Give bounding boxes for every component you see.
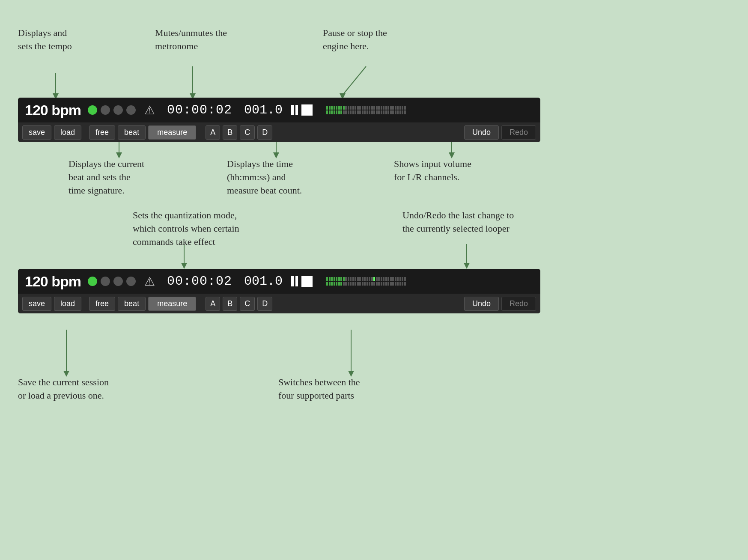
dot-1-dark-1 [101,105,110,115]
volume-annotation: Shows input volume for L/R channels. [394,158,471,184]
transport-controls-2 [291,276,313,287]
meter-row-bottom-1 [326,110,406,114]
beat-button-2[interactable]: beat [118,297,146,311]
free-button-2[interactable]: free [89,297,115,311]
stop-button-2[interactable] [301,276,313,287]
save-load-annotation: Save the current session or load a previ… [18,376,109,402]
save-button-2[interactable]: save [22,297,51,311]
undo-redo-annotation: Undo/Redo the last change to the current… [402,209,514,235]
level-meter-1 [326,106,406,114]
beat-dots-1 [88,105,136,115]
transport-bottom-1: save load free beat measure A B C D Undo… [18,122,540,142]
load-button-1[interactable]: load [54,125,81,140]
b-button-1[interactable]: B [223,125,237,140]
redo-button-2[interactable]: Redo [501,297,536,311]
stop-button-1[interactable] [301,104,313,116]
redo-button-1[interactable]: Redo [501,125,536,140]
pause-stop-annotation: Pause or stop the engine here. [323,27,387,53]
measure-display-2: 001.0 [244,274,283,289]
time-display-1: 00:00:02 [167,103,232,117]
transport-bar-2: 120 bpm ⚠ 00:00:02 001.0 [18,269,540,313]
tempo-annotation: Displays and sets the tempo [18,27,72,53]
beat-button-1[interactable]: beat [118,125,146,140]
pause-button-2[interactable] [291,276,298,286]
transport-controls-1 [291,104,313,116]
save-button-1[interactable]: save [22,125,51,140]
svg-line-4 [343,66,366,95]
meter-row-bottom-2 [326,282,406,286]
dot-1-dark-2 [113,105,123,115]
bpm-display-1[interactable]: 120 bpm [25,102,81,119]
pause-button-1[interactable] [291,105,298,115]
measure-button-1[interactable]: measure [148,125,196,140]
beat-dots-2 [88,277,136,286]
svg-marker-15 [464,263,470,269]
level-meter-2 [326,277,406,286]
bpm-display-2[interactable]: 120 bpm [25,273,81,290]
free-button-1[interactable]: free [89,125,115,140]
meter-row-top-1 [326,106,406,110]
metronome-annotation: Mutes/unmutes the metronome [155,27,227,53]
metronome-icon-1[interactable]: ⚠ [144,103,155,117]
transport-top-1: 120 bpm ⚠ 00:00:02 001.0 [18,98,540,122]
a-button-2[interactable]: A [206,297,220,311]
c-button-2[interactable]: C [240,297,255,311]
load-button-2[interactable]: load [54,297,81,311]
beat-signature-annotation: Displays the current beat and sets the t… [69,158,144,197]
dot-2-green [88,277,97,286]
svg-marker-13 [181,263,187,269]
quantization-annotation: Sets the quantization mode, which contro… [133,209,239,248]
d-button-1[interactable]: D [257,125,272,140]
measure-display-1: 001.0 [244,103,283,117]
time-measure-annotation: Displays the time (hh:mm:ss) and measure… [227,158,302,197]
transport-bar-1: 120 bpm ⚠ 00:00:02 001.0 [18,98,540,142]
undo-button-1[interactable]: Undo [464,125,499,140]
parts-annotation: Switches between the four supported part… [278,376,360,402]
dot-2-dark-3 [126,277,136,286]
dot-1-dark-3 [126,105,136,115]
dot-2-dark-1 [101,277,110,286]
a-button-1[interactable]: A [206,125,220,140]
transport-top-2: 120 bpm ⚠ 00:00:02 001.0 [18,269,540,294]
c-button-1[interactable]: C [240,125,255,140]
metronome-icon-2[interactable]: ⚠ [144,274,155,289]
undo-button-2[interactable]: Undo [464,297,499,311]
meter-row-top-2 [326,277,406,281]
time-display-2: 00:00:02 [167,274,232,289]
measure-button-2[interactable]: measure [148,297,196,311]
b-button-2[interactable]: B [223,297,237,311]
transport-bottom-2: save load free beat measure A B C D Undo… [18,294,540,313]
d-button-2[interactable]: D [257,297,272,311]
dot-2-dark-2 [113,277,123,286]
dot-1-green [88,105,97,115]
